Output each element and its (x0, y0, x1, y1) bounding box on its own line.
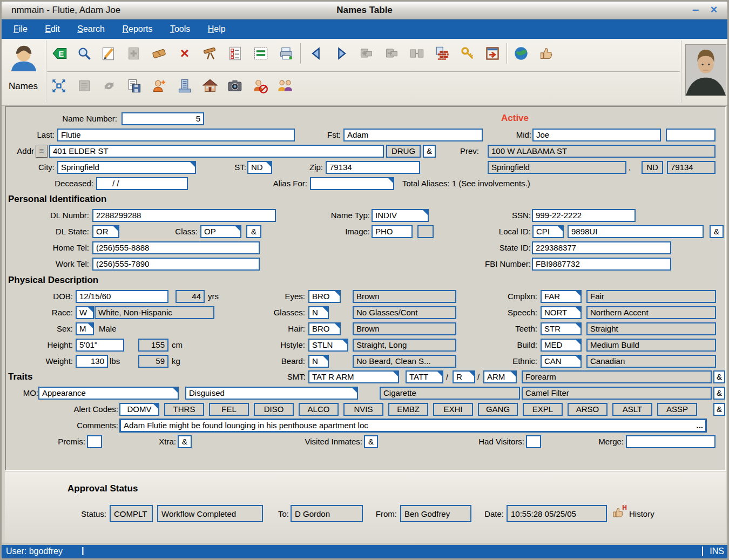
local-id-type-combo[interactable]: CPI (532, 225, 564, 238)
menu-reports[interactable]: Reports (114, 19, 160, 39)
delete-icon[interactable]: × (175, 44, 194, 63)
next-record-icon[interactable] (332, 44, 351, 63)
comments-ellipsis[interactable]: ... (696, 421, 703, 430)
web-globe-icon[interactable] (511, 44, 531, 63)
city-combo[interactable]: Springfield (57, 161, 196, 174)
zip-field[interactable]: 79134 (326, 161, 420, 174)
address-flag-field[interactable]: DRUG (386, 145, 421, 158)
alert-code-box[interactable]: ARSO (568, 403, 608, 416)
glasses-combo[interactable]: N (308, 306, 329, 319)
alert-code-box[interactable]: ASSP (657, 403, 697, 416)
menu-file[interactable]: File (6, 19, 35, 39)
alert-code-box[interactable]: DISO (254, 403, 294, 416)
speech-combo[interactable]: NORT (541, 306, 582, 319)
alert-code-box[interactable]: EXHI (433, 403, 473, 416)
minimize-button[interactable]: – (687, 3, 704, 17)
approve-thumb-icon[interactable] (537, 44, 556, 63)
mo-combo-2[interactable]: Disguised (185, 387, 358, 400)
firewall-report-icon[interactable] (433, 44, 452, 63)
ethnic-combo[interactable]: CAN (541, 355, 582, 368)
add-person-icon[interactable] (150, 77, 169, 95)
xtra-button[interactable]: & (178, 435, 192, 448)
premis-field[interactable] (87, 435, 102, 448)
alert-code-box[interactable]: EXPL (523, 403, 563, 416)
names-module-button[interactable]: Names (2, 39, 45, 106)
visited-inmates-button[interactable]: & (364, 435, 378, 448)
teeth-combo[interactable]: STR (541, 322, 582, 335)
mo-more-button[interactable]: & (713, 387, 725, 400)
weight-field[interactable]: 130 (76, 355, 108, 368)
name-type-combo[interactable]: INDIV (372, 209, 429, 222)
block-person-icon[interactable] (251, 77, 270, 95)
checklist-icon[interactable] (226, 44, 245, 63)
alert-more-button[interactable]: & (713, 403, 725, 416)
smt-more-button[interactable]: & (713, 370, 725, 383)
address-field[interactable]: 401 ELDER ST (49, 145, 384, 158)
address-house-icon[interactable] (200, 77, 220, 95)
alert-code-box[interactable]: THRS (164, 403, 204, 416)
first-name-field[interactable]: Adam (343, 129, 483, 141)
race-combo[interactable]: W (76, 306, 94, 319)
work-tel-field[interactable]: (256)555-7890 (92, 258, 260, 271)
alert-code-box[interactable]: GANG (478, 403, 518, 416)
clear-eraser-icon[interactable] (150, 44, 169, 63)
dl-class-more-button[interactable]: & (246, 225, 261, 238)
height-field[interactable]: 5'01" (76, 339, 124, 352)
alert-code-box[interactable]: FEL (209, 403, 249, 416)
sex-combo[interactable]: M (76, 322, 94, 335)
alert-code-box[interactable]: ALCO (299, 403, 339, 416)
image-aux-field[interactable] (417, 225, 434, 238)
beard-combo[interactable]: N (308, 355, 329, 368)
dob-field[interactable]: 12/15/60 (76, 290, 168, 303)
spyglass-icon[interactable] (200, 44, 220, 63)
had-visitors-field[interactable] (526, 435, 541, 448)
unmerge-record-icon-disabled[interactable] (382, 44, 402, 63)
business-building-icon[interactable] (175, 77, 194, 95)
menu-tools[interactable]: Tools (163, 19, 198, 39)
menu-edit[interactable]: Edit (37, 19, 68, 39)
last-name-field[interactable]: Flutie (57, 129, 295, 141)
build-combo[interactable]: MED (541, 339, 582, 352)
alert-code-box[interactable]: DOMV (119, 403, 159, 416)
local-id-field[interactable]: 9898UI (568, 225, 704, 238)
previous-record-icon[interactable] (307, 44, 326, 63)
security-key-icon[interactable] (458, 44, 477, 63)
alias-for-combo[interactable] (310, 177, 394, 190)
hair-combo[interactable]: BRO (308, 322, 341, 335)
eyes-combo[interactable]: BRO (308, 290, 341, 303)
complexion-combo[interactable]: FAR (541, 290, 582, 303)
local-id-more-button[interactable]: & (710, 225, 724, 238)
home-tel-field[interactable]: (256)555-8888 (92, 241, 260, 254)
address-more-button[interactable]: & (423, 145, 436, 158)
state-combo[interactable]: ND (247, 161, 272, 174)
address-equal-button[interactable]: = (36, 145, 48, 158)
mo-combo-1[interactable]: Appearance (38, 387, 179, 400)
edit-icon[interactable] (99, 44, 118, 63)
ssn-field[interactable]: 999-22-2222 (532, 209, 636, 222)
suffix-field[interactable] (666, 129, 716, 141)
comments-field[interactable]: Adam Flutie might be found lounging in h… (119, 419, 707, 433)
search-icon[interactable] (75, 44, 94, 63)
dl-class-combo[interactable]: OP (200, 225, 241, 238)
smt-side-combo[interactable]: R (453, 370, 475, 383)
mugshot-camera-icon[interactable] (225, 77, 245, 95)
smt-combo[interactable]: TAT R ARM (308, 370, 399, 383)
add-record-icon-disabled[interactable] (124, 44, 144, 63)
expand-view-icon[interactable] (49, 77, 69, 95)
alert-code-box[interactable]: ASLT (612, 403, 652, 416)
history-link[interactable]: History (629, 509, 654, 518)
menu-search[interactable]: Search (70, 19, 112, 39)
save-copy-icon[interactable] (125, 77, 144, 95)
name-number-field[interactable]: 5 (122, 112, 204, 125)
image-field[interactable]: PHO (372, 225, 413, 238)
dl-number-field[interactable]: 2288299288 (92, 209, 276, 222)
close-button[interactable]: × (706, 3, 722, 17)
merge-field[interactable] (626, 435, 716, 448)
notes-icon-disabled[interactable] (75, 77, 94, 95)
exit-record-icon[interactable]: E (50, 44, 70, 63)
middle-name-field[interactable]: Joe (532, 129, 661, 141)
exit-application-icon[interactable] (483, 44, 502, 63)
involvement-list-icon[interactable] (251, 44, 271, 63)
alert-code-box[interactable]: NVIS (343, 403, 383, 416)
state-id-field[interactable]: 229388377 (532, 241, 671, 254)
